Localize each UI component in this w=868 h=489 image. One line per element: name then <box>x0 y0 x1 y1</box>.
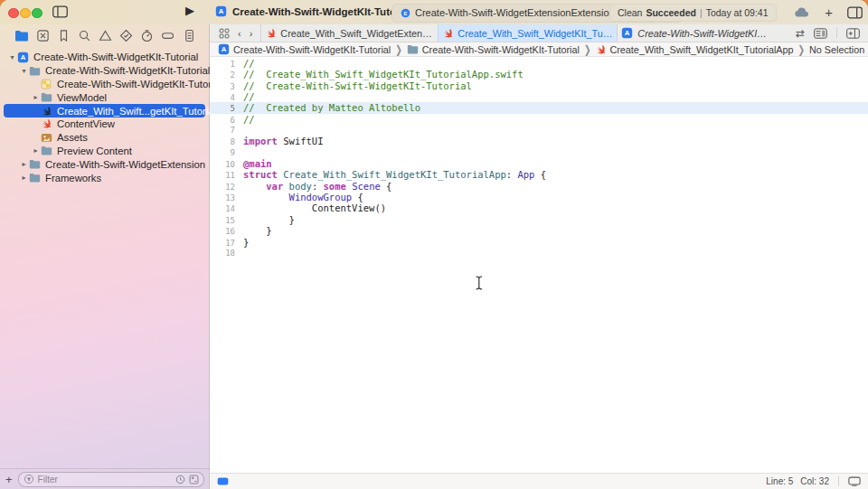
code-text: } <box>243 214 295 225</box>
source-code-editor[interactable]: 1//2// Create_With_Swift_WidgetKIt_Tutor… <box>210 58 868 473</box>
code-line-5[interactable]: 5// Created by Matteo Altobello <box>210 102 868 113</box>
filter-field[interactable]: Filter <box>18 472 204 487</box>
disclosure-open-icon[interactable]: ▾ <box>19 67 29 75</box>
tab-bar: ‹ › Create_With_Swift_WidgetExtensionBun… <box>210 24 868 42</box>
add-editor-icon[interactable] <box>846 28 860 39</box>
debug-navigator-icon[interactable] <box>138 28 156 43</box>
breadcrumb-item-2[interactable]: Create-With-Swift-WidgetKIt-Tutorial <box>407 44 580 55</box>
code-line-2[interactable]: 2// Create_With_Swift_WidgetKIt_Tutorial… <box>210 69 868 80</box>
close-window-button[interactable] <box>8 8 19 19</box>
code-line-8[interactable]: 8import SwiftUI <box>210 136 868 146</box>
adjust-editor-options-icon[interactable] <box>814 28 827 39</box>
disclosure-closed-icon[interactable]: ▸ <box>19 160 29 168</box>
code-line-17[interactable]: 17} <box>210 237 868 248</box>
tree-item-frameworks[interactable]: ▸Frameworks <box>4 171 205 184</box>
xcode-project-icon: A <box>621 27 633 39</box>
appicon-icon <box>41 78 53 89</box>
code-text: // <box>243 91 255 102</box>
line-number: 16 <box>210 226 243 237</box>
related-items-icon[interactable] <box>219 28 230 39</box>
tree-item-create-with-swift-widgetkit-tutorial[interactable]: ▾Create-With-Swift-WidgetKIt-Tutorial <box>4 64 205 78</box>
tree-item-label: Assets <box>57 132 88 143</box>
code-line-11[interactable]: 11struct Create_With_Swift_WidgetKIt_Tut… <box>210 169 868 180</box>
code-review-icon[interactable]: ⇄ <box>796 27 805 40</box>
go-back-icon[interactable]: ‹ <box>238 28 241 39</box>
code-line-18[interactable]: 18 <box>210 248 868 259</box>
code-line-1[interactable]: 1// <box>210 58 868 69</box>
tree-item-label: Frameworks <box>45 173 101 183</box>
minimize-window-button[interactable] <box>20 8 31 19</box>
tree-item-create-with-swift-widgetextension[interactable]: ▸Create-With-Swift-WidgetExtension <box>4 157 205 171</box>
editor-tab-3[interactable]: ACreate-With-Swift-WidgetKIt-Tutorial <box>617 24 772 42</box>
editor-tab-2[interactable]: Create_With_Swift_WidgetKIt_TutorialApp <box>438 24 617 42</box>
breadcrumb-separator-icon: ❯ <box>395 43 402 56</box>
breadcrumb-item-3[interactable]: Create_With_Swift_WidgetKIt_TutorialApp <box>595 44 793 55</box>
issue-navigator-icon[interactable] <box>97 28 115 43</box>
disclosure-open-icon[interactable]: ▾ <box>7 53 17 61</box>
editor-tab-1[interactable]: Create_With_Swift_WidgetExtensionBundle <box>260 24 438 42</box>
breakpoint-navigator-icon[interactable] <box>159 28 177 43</box>
code-line-6[interactable]: 6// <box>210 114 868 125</box>
breadcrumb-item-4[interactable]: No Selection <box>809 44 864 55</box>
find-navigator-icon[interactable] <box>75 28 93 43</box>
tree-item-create-with-swift-widgetkit-tutorial[interactable]: Create-With-Swift-WidgetKIt-Tutorial <box>4 78 205 91</box>
add-file-button[interactable]: + <box>5 473 13 486</box>
xcode-window: ▶ A Create-With-Swift-WidgetKIt-Tutorial… <box>0 0 868 489</box>
tree-item-create-with-swift-getkit-tutorialapp[interactable]: Create_With_Swift...getKIt_TutorialApp <box>4 104 205 118</box>
library-plus-button[interactable]: + <box>825 5 833 20</box>
code-line-10[interactable]: 10@main <box>210 158 868 169</box>
code-line-15[interactable]: 15 } <box>210 214 868 225</box>
swift-file-icon <box>41 105 53 117</box>
tree-item-viewmodel[interactable]: ▸ViewModel <box>4 90 205 104</box>
code-line-9[interactable]: 9 <box>210 147 868 158</box>
toggle-sidebar-icon[interactable] <box>52 5 68 18</box>
source-control-filter-icon[interactable] <box>189 475 199 484</box>
code-text: var body: some Scene { <box>243 181 392 192</box>
disclosure-closed-icon[interactable]: ▸ <box>19 174 29 182</box>
svg-text:A: A <box>21 53 26 61</box>
breadcrumb-item-1[interactable]: ACreate-With-Swift-WidgetKIt-Tutorial <box>218 43 391 55</box>
disclosure-closed-icon[interactable]: ▸ <box>31 146 41 155</box>
code-line-16[interactable]: 16 } <box>210 225 868 236</box>
run-button[interactable]: ▶ <box>185 4 194 17</box>
breadcrumb-label: Create-With-Swift-WidgetKIt-Tutorial <box>422 44 580 55</box>
line-number: 3 <box>210 81 243 92</box>
source-control-navigator-icon[interactable] <box>33 28 52 43</box>
scheme-name[interactable]: Create-With-Swift-WidgetExtensionExtensi… <box>415 7 615 18</box>
line-number: 7 <box>210 125 243 136</box>
editor-layout-icon[interactable] <box>847 6 863 19</box>
recent-files-clock-icon[interactable] <box>175 475 185 484</box>
display-icon[interactable] <box>848 476 861 486</box>
folder-icon <box>29 65 42 77</box>
code-text: // <box>243 114 255 125</box>
breadcrumb-label: Create_With_Swift_WidgetKIt_TutorialApp <box>609 44 793 55</box>
tree-item-assets[interactable]: Assets <box>4 131 205 145</box>
code-text: ContentView() <box>243 202 386 213</box>
code-line-13[interactable]: 13 WindowGroup { <box>210 192 868 202</box>
code-line-12[interactable]: 12 var body: some Scene { <box>210 181 868 192</box>
debug-area-toggle-icon[interactable] <box>217 477 229 485</box>
tree-item-create-with-swift-widgetkit-tutorial[interactable]: ▾ACreate-With-Swift-WidgetKIt-Tutorial <box>4 51 205 64</box>
zoom-window-button[interactable] <box>32 8 42 19</box>
cloud-status-icon[interactable] <box>793 6 810 18</box>
code-line-7[interactable]: 7 <box>210 125 868 136</box>
disclosure-closed-icon[interactable]: ▸ <box>31 93 41 101</box>
go-forward-icon[interactable]: › <box>250 28 253 39</box>
tree-item-preview-content[interactable]: ▸Preview Content <box>4 145 205 158</box>
code-line-14[interactable]: 14 ContentView() <box>210 202 868 213</box>
editor-bottom-bar: Line: 5 Col: 32 <box>210 473 868 489</box>
report-navigator-icon[interactable] <box>180 28 198 43</box>
breadcrumb-label: Create-With-Swift-WidgetKIt-Tutorial <box>233 44 391 55</box>
code-line-3[interactable]: 3// Create-With-Swift-WidgetKIt-Tutorial <box>210 80 868 91</box>
tab-label: Create_With_Swift_WidgetKIt_TutorialApp <box>458 28 613 39</box>
bookmark-navigator-icon[interactable] <box>54 28 72 43</box>
jump-bar-breadcrumb: ACreate-With-Swift-WidgetKIt-Tutorial❯Cr… <box>210 42 868 57</box>
tree-item-contentview[interactable]: ContentView <box>4 118 205 131</box>
line-number: 10 <box>210 159 243 170</box>
activity-status[interactable]: Clean Succeeded | Today at 09:41 <box>609 4 777 22</box>
code-line-4[interactable]: 4// <box>210 91 868 102</box>
tree-item-label: ViewModel <box>57 92 107 103</box>
test-navigator-icon[interactable] <box>118 28 136 43</box>
project-navigator-icon[interactable] <box>13 28 31 43</box>
folder-icon <box>29 158 42 170</box>
